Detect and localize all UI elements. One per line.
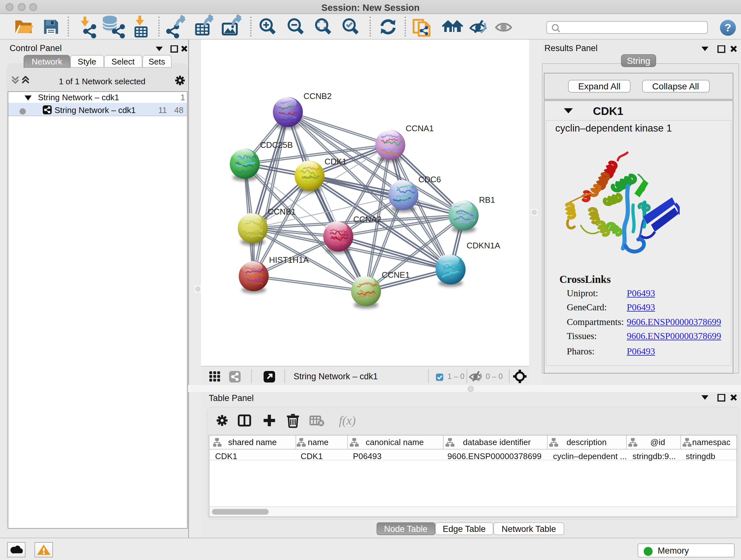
svg-text:CDC6: CDC6 bbox=[418, 175, 441, 184]
svg-text:CCNA1: CCNA1 bbox=[406, 124, 434, 133]
svg-text:f(x): f(x) bbox=[339, 414, 355, 428]
svg-text:CCNB2: CCNB2 bbox=[304, 91, 332, 101]
svg-text:CCNE1: CCNE1 bbox=[382, 270, 410, 280]
svg-text:String Network – cdk1: String Network – cdk1 bbox=[293, 371, 378, 381]
svg-text:HIST1H1A: HIST1H1A bbox=[269, 255, 309, 265]
svg-text:0 – 0: 0 – 0 bbox=[486, 372, 502, 380]
svg-text:CCNA2: CCNA2 bbox=[353, 214, 381, 224]
svg-text:CDK1: CDK1 bbox=[325, 157, 347, 166]
svg-text:CDKN1A: CDKN1A bbox=[467, 241, 500, 250]
svg-text:CCNB1: CCNB1 bbox=[268, 207, 296, 216]
svg-text:RB1: RB1 bbox=[479, 195, 495, 205]
svg-text:CDC25B: CDC25B bbox=[260, 140, 293, 150]
svg-text:1 – 0: 1 – 0 bbox=[448, 372, 464, 380]
